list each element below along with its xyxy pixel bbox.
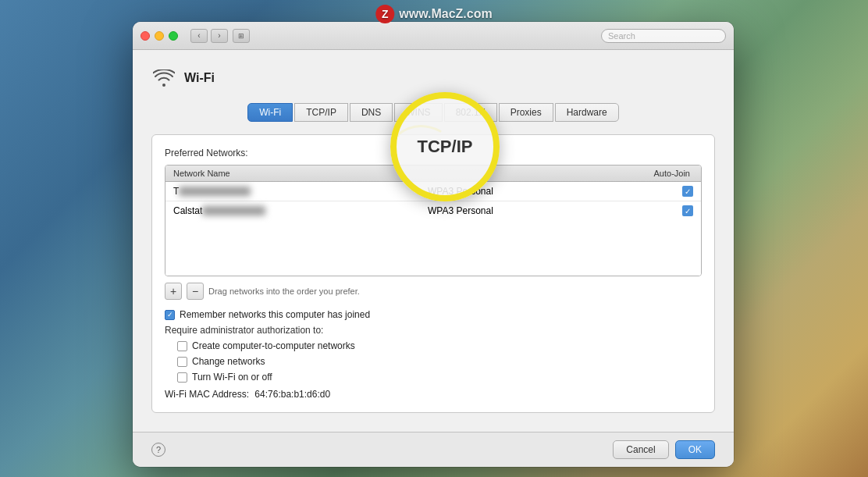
table-row[interactable]: Calstat██████ ████ WPA3 Personal ✓: [165, 201, 701, 220]
turn-wifi-label: Turn Wi-Fi on or off: [192, 372, 272, 383]
grid-button[interactable]: ⊞: [233, 29, 250, 43]
table-body: T████ ███ ████ WPA3 Personal ✓ Calstat██…: [165, 182, 701, 276]
network-name-1: T████ ███ ████: [173, 186, 428, 197]
drag-hint: Drag networks into the order you prefer.: [208, 287, 360, 296]
help-button[interactable]: ?: [151, 443, 165, 457]
remember-networks-label: Remember networks this computer has join…: [180, 309, 370, 320]
remember-networks-row: ✓ Remember networks this computer has jo…: [165, 309, 702, 320]
table-header: Network Name Auto-Join: [165, 166, 701, 182]
create-network-label: Create computer-to-computer networks: [192, 340, 355, 351]
tab-wins[interactable]: WINS: [394, 103, 442, 122]
network-preferences-window: ‹ › ⊞ Search Wi-Fi Wi-Fi TCP/IP: [133, 22, 734, 467]
remove-network-button[interactable]: −: [187, 283, 204, 300]
network-name-2: Calstat██████ ████: [173, 205, 428, 216]
wifi-title: Wi-Fi: [184, 71, 215, 85]
turn-wifi-row: Turn Wi-Fi on or off: [165, 372, 702, 383]
tabs-bar: Wi-Fi TCP/IP DNS WINS 802.1X Proxies Har…: [151, 103, 715, 122]
back-button[interactable]: ‹: [190, 29, 208, 43]
wifi-header: Wi-Fi: [151, 66, 715, 91]
minimize-button[interactable]: [155, 31, 164, 41]
window-controls: [141, 31, 178, 41]
tab-hardware[interactable]: Hardware: [555, 103, 619, 122]
create-network-checkbox[interactable]: [177, 341, 187, 351]
tab-8021x[interactable]: 802.1X: [444, 103, 497, 122]
tab-tcpip[interactable]: TCP/IP: [294, 103, 348, 122]
turn-wifi-checkbox[interactable]: [177, 372, 187, 383]
tab-wifi[interactable]: Wi-Fi: [247, 103, 293, 122]
wifi-panel: Preferred Networks: Network Name Auto-Jo…: [151, 134, 715, 413]
cancel-button[interactable]: Cancel: [613, 440, 668, 459]
title-bar: ‹ › ⊞ Search: [133, 22, 734, 50]
network-table: Network Name Auto-Join T████ ███ ████ WP…: [165, 165, 702, 276]
col-security: [414, 169, 654, 178]
bottom-bar: ? Cancel OK: [133, 432, 734, 467]
change-networks-label: Change networks: [192, 356, 265, 367]
table-controls: + − Drag networks into the order you pre…: [165, 283, 702, 300]
change-networks-row: Change networks: [165, 356, 702, 367]
remember-networks-checkbox[interactable]: ✓: [165, 310, 175, 320]
action-buttons: Cancel OK: [613, 440, 715, 459]
col-auto-join: Auto-Join: [654, 169, 693, 178]
tab-proxies[interactable]: Proxies: [499, 103, 553, 122]
col-network-name: Network Name: [173, 169, 414, 178]
preferred-networks-label: Preferred Networks:: [165, 148, 702, 158]
security-1: WPA3 Personal: [428, 186, 682, 197]
table-row[interactable]: T████ ███ ████ WPA3 Personal ✓: [165, 182, 701, 201]
wifi-icon: [151, 66, 176, 91]
add-network-button[interactable]: +: [165, 283, 182, 300]
nav-buttons: ‹ ›: [190, 29, 228, 43]
mac-address-value: 64:76:ba:b1:d6:d0: [254, 389, 330, 400]
create-network-row: Create computer-to-computer networks: [165, 340, 702, 351]
auto-join-2[interactable]: ✓: [682, 205, 693, 216]
maximize-button[interactable]: [169, 31, 178, 41]
search-placeholder: Search: [608, 31, 635, 41]
auto-join-1[interactable]: ✓: [682, 186, 693, 197]
forward-button[interactable]: ›: [211, 29, 228, 43]
require-admin-label: Require administrator authorization to:: [165, 325, 702, 336]
ok-button[interactable]: OK: [675, 440, 715, 459]
search-bar[interactable]: Search: [601, 29, 726, 43]
window-content: Wi-Fi Wi-Fi TCP/IP DNS WINS 802.1X Proxi…: [133, 50, 734, 432]
mac-address-label: Wi-Fi MAC Address:: [165, 389, 249, 400]
close-button[interactable]: [141, 31, 150, 41]
mac-address-row: Wi-Fi MAC Address: 64:76:ba:b1:d6:d0: [165, 389, 702, 400]
security-2: WPA3 Personal: [428, 205, 682, 216]
change-networks-checkbox[interactable]: [177, 357, 187, 367]
tab-dns[interactable]: DNS: [350, 103, 393, 122]
